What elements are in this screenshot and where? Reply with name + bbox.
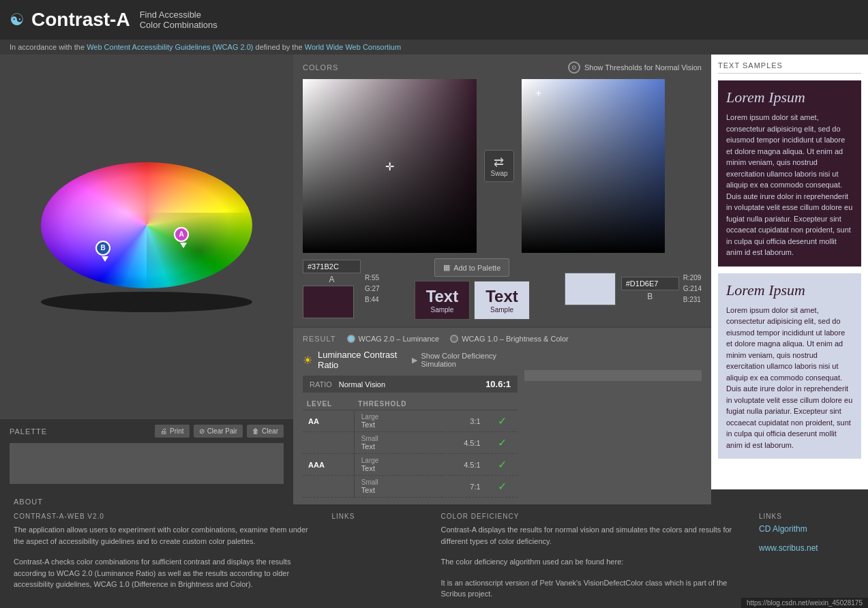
sim-bar-5 <box>524 426 702 436</box>
result-right <box>524 350 702 498</box>
color-b-swatch[interactable] <box>565 273 616 305</box>
logo-icon: ☯ <box>10 10 25 29</box>
text-samples-preview: Text Sample Text Sample <box>415 281 530 320</box>
colors-header: COLORS ⊙ Show Thresholds for Normal Visi… <box>303 61 702 74</box>
palette-header: PALETTE 🖨 Print ⊘ Clear Pair 🗑 Clear <box>10 425 284 438</box>
text-sample-light-box: Lorem Ipsum Lorem ipsum dolor sit amet, … <box>718 273 861 459</box>
about-col-4: LINKS CD Algorithm www.scribus.net <box>759 513 854 600</box>
result-header: RESULT WCAG 2.0 – Luminance WCAG 1.0 – B… <box>303 335 702 343</box>
ratio-number: 10.6:1 <box>485 379 511 389</box>
ratio-vision: Normal Vision <box>339 380 479 389</box>
print-button[interactable]: 🖨 Print <box>155 425 190 438</box>
show-thresholds-toggle[interactable]: ⊙ Show Thresholds for Normal Vision <box>568 61 702 74</box>
color-b-label: B <box>621 292 679 301</box>
ratio-label: RATIO <box>310 380 332 389</box>
color-a-swatch[interactable] <box>303 286 354 318</box>
about-section: ABOUT CONTRAST-A-WEB V2.0 The applicatio… <box>0 489 868 608</box>
main-content: B A PALETTE 🖨 Print <box>0 55 868 489</box>
preview-ab: Text Sample <box>415 281 470 320</box>
result-left: ☀ Luminance Contrast Ratio ▶ Show Color … <box>303 350 518 498</box>
color-wheel-area[interactable]: B A <box>0 55 293 419</box>
preview-ba-text: Text <box>485 287 518 306</box>
about-col1-para1: The application allows users to experime… <box>14 524 318 547</box>
swap-button[interactable]: ⇄ Swap <box>484 150 513 182</box>
center-controls: ▦ Add to Palette Text Sample Text Sample <box>385 258 559 320</box>
result-body: ☀ Luminance Contrast Ratio ▶ Show Color … <box>303 350 702 498</box>
wcag20-radio[interactable]: WCAG 2.0 – Luminance <box>347 335 440 343</box>
wcag20-radio-circle <box>347 335 355 343</box>
level-table-row: AAALarge Text4.5:1✓ <box>303 454 518 476</box>
clear-all-button[interactable]: 🗑 Clear <box>247 425 284 438</box>
wcag10-radio[interactable]: WCAG 1.0 – Brightness & Color <box>450 335 569 343</box>
color-inputs: A R:55 G:27 B:44 ▦ Add to Palette <box>303 258 702 320</box>
text-samples-title: TEXT SAMPLES <box>718 61 861 74</box>
arrow-right-icon: ▶ <box>412 356 417 365</box>
color-a-inputs: A R:55 G:27 B:44 <box>303 258 380 320</box>
picker-b[interactable]: + <box>522 79 665 253</box>
wcag-link[interactable]: Web Content Accessibility Guidelines (WC… <box>87 43 253 51</box>
marker-b[interactable]: B <box>95 241 110 256</box>
level-text-cell: Small Text <box>354 432 440 454</box>
palette-section: PALETTE 🖨 Print ⊘ Clear Pair 🗑 Clear <box>0 419 293 489</box>
level-text-cell: Large Text <box>354 454 440 476</box>
level-table: LEVEL THRESHOLD AALarge Text3:1✓ Small T… <box>303 398 518 498</box>
level-text-sample: Text <box>361 421 375 429</box>
threshold-cell: 4.5:1 <box>441 432 488 454</box>
level-table-body: AALarge Text3:1✓ Small Text4.5:1✓AAALarg… <box>303 410 518 498</box>
preview-ab-text: Text <box>426 287 459 306</box>
ratio-row: RATIO Normal Vision 10.6:1 <box>303 376 518 393</box>
sim-bar-4 <box>524 412 702 422</box>
preview-ab-label: Sample <box>430 306 453 314</box>
trash-icon: 🗑 <box>252 427 259 435</box>
level-text-sample: Text <box>361 464 375 472</box>
swap-area: ⇄ Swap <box>482 79 516 253</box>
w3c-link[interactable]: World Wide Web Consortium <box>305 43 401 51</box>
color-a-rgb: R:55 G:27 B:44 <box>365 273 380 305</box>
ts-dark-heading: Lorem Ipsum <box>726 89 853 106</box>
pass-cell: ✓ <box>488 454 518 476</box>
picker-a[interactable]: ✛ <box>303 79 477 253</box>
wcag10-label: WCAG 1.0 – Brightness & Color <box>462 335 569 343</box>
cd-algorithm-link[interactable]: CD Algorithm <box>759 524 807 534</box>
sim-bar-1 <box>524 370 702 381</box>
picker-b-crosshair: + <box>535 87 541 100</box>
logo-tagline: Find Accessible Color Combinations <box>140 10 218 30</box>
show-sim-label: Show Color Deficiency Simulation <box>421 352 518 368</box>
color-pickers: ✛ ⇄ Swap + <box>303 79 702 253</box>
sim-bar-2 <box>524 385 702 395</box>
show-simulation-toggle[interactable]: ▶ Show Color Deficiency Simulation <box>412 352 518 368</box>
threshold-cell: 3:1 <box>441 410 488 432</box>
marker-a-triangle <box>180 243 187 248</box>
about-col2-title: LINKS <box>332 513 428 520</box>
marker-a[interactable]: A <box>174 227 189 242</box>
level-table-row: Small Text7:1✓ <box>303 476 518 498</box>
level-text-cell: Large Text <box>354 410 440 432</box>
about-col-3: COLOR DEFICIENCY Contrast-A displays the… <box>441 513 746 600</box>
threshold-cell: 4.5:1 <box>441 454 488 476</box>
level-table-row: AALarge Text3:1✓ <box>303 410 518 432</box>
ts-light-body: Lorem ipsum dolor sit amet, consectetur … <box>726 305 853 451</box>
clear-pair-button[interactable]: ⊘ Clear Pair <box>194 425 243 438</box>
add-to-palette-button[interactable]: ▦ Add to Palette <box>434 258 509 277</box>
left-panel: B A PALETTE 🖨 Print <box>0 55 293 489</box>
color-a-hex-input[interactable] <box>303 260 361 273</box>
level-text-sample: Text <box>361 442 375 451</box>
color-wheel[interactable]: B A <box>41 162 252 312</box>
palette-title: PALETTE <box>10 427 155 436</box>
right-panel: COLORS ⊙ Show Thresholds for Normal Visi… <box>293 55 711 489</box>
level-col-header: LEVEL <box>303 398 354 410</box>
ts-light-heading: Lorem Ipsum <box>726 282 853 299</box>
color-b-hex-field: B <box>621 277 679 301</box>
luminance-title: Luminance Contrast Ratio <box>318 350 406 370</box>
pass-cell: ✓ <box>488 410 518 432</box>
palette-actions: 🖨 Print ⊘ Clear Pair 🗑 Clear <box>155 425 284 438</box>
about-col3-para2: The color deficiency algorithm used can … <box>441 556 746 568</box>
sun-icon: ☀ <box>303 354 312 367</box>
color-b-hex-input[interactable] <box>621 277 679 290</box>
color-b-inputs: B R:209 G:214 B:231 <box>565 258 702 320</box>
url-bar: https://blog.csdn.net/weixin_45028175 <box>741 598 868 608</box>
threshold-cell: 7:1 <box>441 476 488 498</box>
result-section: RESULT WCAG 2.0 – Luminance WCAG 1.0 – B… <box>293 326 711 504</box>
scribus-link[interactable]: www.scribus.net <box>759 543 818 553</box>
level-table-row: Small Text4.5:1✓ <box>303 432 518 454</box>
